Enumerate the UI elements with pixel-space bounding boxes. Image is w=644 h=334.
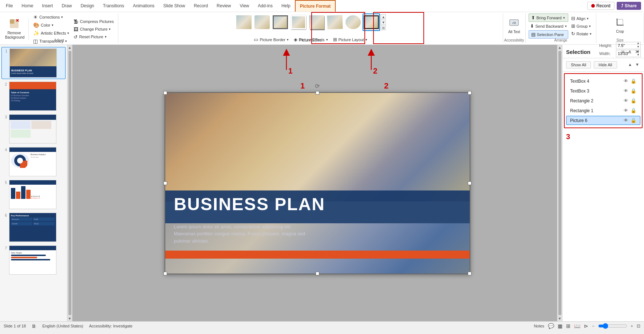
picture-border-button[interactable]: ▭ Picture Border ▾ [252, 36, 290, 43]
picture-layout-button[interactable]: ⊞ Picture Layout ▾ [332, 36, 369, 43]
tab-record[interactable]: Record [189, 0, 212, 12]
scroll-up-btn[interactable]: ▲ [67, 45, 72, 50]
alt-text-button[interactable]: Alt Alt Text [506, 14, 522, 38]
slide-thumb-4[interactable]: 4 Business Analytics Growth data [1, 146, 66, 177]
sel-lock-icon-0[interactable]: 🔒 [631, 78, 636, 84]
reading-view-icon[interactable]: 📖 [574, 323, 580, 329]
group-button[interactable]: ⊞ Group ▾ [570, 23, 593, 30]
tab-picture-format[interactable]: Picture Format [295, 0, 336, 12]
sel-item-picture6[interactable]: Picture 6 👁 🔒 [566, 116, 640, 125]
slide-thumb-5[interactable]: 5 ■ Segment A ■ Segment B [1, 179, 66, 210]
tab-view[interactable]: View [235, 0, 253, 12]
picture-style-2[interactable] [253, 13, 271, 31]
slideshow-icon[interactable]: ⊳ [584, 323, 588, 329]
gallery-scroll-more[interactable]: ⊞ [381, 25, 386, 30]
tab-file[interactable]: File [1, 0, 17, 12]
align-button[interactable]: ⊟ Align ▾ [570, 15, 593, 22]
hide-all-button[interactable]: Hide All [594, 61, 617, 68]
tab-slideshow[interactable]: Slide Show [159, 0, 189, 12]
sel-item-rect1[interactable]: Rectangle 1 👁 🔒 [566, 106, 640, 115]
width-input[interactable]: 13.33" ▲ ▼ [616, 50, 641, 57]
sel-eye-icon-3[interactable]: 👁 [624, 108, 628, 113]
bring-forward-button[interactable]: ⬆ Bring Forward ▾ [529, 13, 568, 22]
color-button[interactable]: 🎨 Color ▾ [32, 21, 71, 29]
sel-item-textbox3[interactable]: TextBox 3 👁 🔒 [566, 86, 640, 95]
handle-top-right[interactable] [468, 91, 471, 95]
tab-animations[interactable]: Animations [129, 0, 159, 12]
zoom-in-icon[interactable]: + [631, 324, 633, 328]
slide-thumb-3[interactable]: 3 [1, 113, 66, 145]
picture-style-7[interactable] [344, 13, 362, 31]
tab-home[interactable]: Home [17, 0, 37, 12]
sel-lock-icon-2[interactable]: 🔒 [631, 98, 636, 103]
sel-eye-icon-2[interactable]: 👁 [624, 98, 628, 103]
crop-button[interactable]: Crop [612, 13, 628, 37]
change-picture-button[interactable]: 🖼 Change Picture ▾ [72, 26, 115, 33]
sel-lock-icon-1[interactable]: 🔒 [631, 88, 636, 94]
sel-eye-icon-1[interactable]: 👁 [624, 88, 628, 94]
artistic-effects-button[interactable]: ✨ Artistic Effects ▾ [32, 30, 71, 37]
share-button[interactable]: ⤴ Share [617, 2, 641, 10]
rscroll-down[interactable]: ▼ [557, 316, 562, 321]
gallery-scroll-down[interactable]: ▼ [381, 20, 386, 25]
handle-middle-right[interactable] [468, 181, 471, 185]
rv-scroll-thumb[interactable] [558, 51, 561, 315]
v-scroll-thumb[interactable] [68, 51, 71, 315]
picture-style-5[interactable] [308, 13, 325, 31]
normal-view-icon[interactable]: ▦ [558, 323, 562, 329]
record-button[interactable]: Record [587, 2, 615, 10]
tab-transitions[interactable]: Transitions [99, 0, 129, 12]
show-all-button[interactable]: Show All [566, 61, 591, 68]
rscroll-up[interactable]: ▲ [557, 45, 562, 50]
tab-insert[interactable]: Insert [37, 0, 57, 12]
zoom-out-icon[interactable]: − [592, 324, 594, 328]
picture-style-4[interactable] [290, 13, 307, 31]
handle-bottom-left[interactable] [163, 272, 167, 275]
scroll-down-btn[interactable]: ▼ [67, 316, 72, 321]
notes-button[interactable]: Notes [534, 324, 544, 328]
slide-thumb-7[interactable]: 7 Sales Targets [1, 244, 66, 276]
sel-item-textbox4[interactable]: TextBox 4 👁 🔒 [566, 76, 640, 86]
slide-sorter-icon[interactable]: ⊞ [566, 323, 570, 329]
picture-style-1[interactable] [235, 13, 253, 31]
height-input[interactable]: 7.5" ▲ ▼ [616, 42, 641, 49]
sel-sort-down[interactable]: ▼ [634, 61, 640, 68]
picture-style-3[interactable] [272, 13, 289, 31]
tab-help[interactable]: Help [277, 0, 295, 12]
reset-picture-button[interactable]: ↺ Reset Picture ▾ [72, 34, 115, 40]
rotate-button[interactable]: ↻ Rotate ▾ [570, 30, 593, 37]
slide-thumb-2[interactable]: 2 Table of Contents 01 Business Overview… [1, 80, 66, 112]
rotate-handle[interactable]: ⟳ [314, 83, 321, 90]
picture-style-8-selected[interactable] [363, 13, 380, 31]
slide-thumb-1[interactable]: 1 BUSINESS PLAN Lorem ipsum dolor sit am… [1, 47, 66, 79]
send-backward-button[interactable]: ⬇ Send Backward ▾ [529, 23, 568, 30]
tab-design[interactable]: Design [76, 0, 98, 12]
slide-thumb-6[interactable]: 6 Key Performance Revenue Profit Growth … [1, 212, 66, 243]
picture-style-6[interactable] [326, 13, 344, 31]
selection-pane-button[interactable]: ▤ Selection Pane [529, 30, 568, 39]
sel-sort-up[interactable]: ▲ [627, 61, 633, 68]
tab-draw[interactable]: Draw [57, 0, 76, 12]
zoom-slider[interactable] [598, 323, 627, 329]
handle-top-left[interactable] [163, 91, 167, 95]
comments-icon[interactable]: 💬 [548, 323, 554, 329]
sel-item-rect2[interactable]: Rectangle 2 👁 🔒 [566, 96, 640, 105]
width-spin-down[interactable]: ▼ [637, 54, 640, 57]
sel-eye-icon-4[interactable]: 👁 [624, 118, 628, 123]
corrections-button[interactable]: ☀ Corrections ▾ [32, 13, 71, 21]
zoom-fit-icon[interactable]: ⊡ [637, 323, 640, 329]
height-spin-down[interactable]: ▼ [637, 46, 640, 49]
sel-eye-icon-0[interactable]: 👁 [624, 78, 628, 84]
sel-lock-icon-4[interactable]: 🔒 [631, 118, 636, 123]
tab-addins[interactable]: Add-ins [253, 0, 277, 12]
tab-review[interactable]: Review [212, 0, 235, 12]
compress-pictures-button[interactable]: 🗜 Compress Pictures [72, 18, 115, 25]
handle-top-center[interactable] [316, 91, 319, 95]
handle-middle-left[interactable] [163, 181, 167, 185]
handle-bottom-right[interactable] [468, 272, 471, 275]
gallery-scroll-up[interactable]: ▲ [381, 14, 386, 19]
remove-background-button[interactable]: Remove Background [3, 17, 25, 41]
handle-bottom-center[interactable] [316, 272, 319, 275]
transparency-button[interactable]: ◫ Transparency ▾ [32, 38, 71, 45]
sel-lock-icon-3[interactable]: 🔒 [631, 108, 636, 113]
